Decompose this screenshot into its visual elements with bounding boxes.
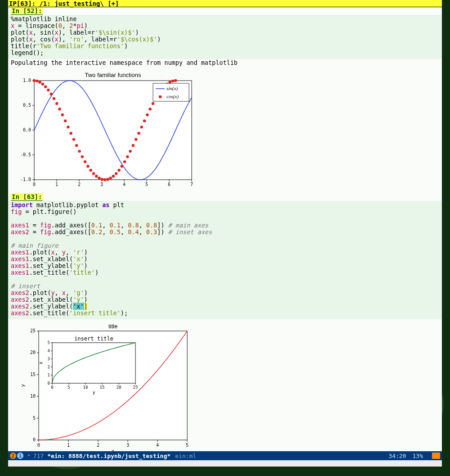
svg-point-66 <box>140 126 143 128</box>
svg-point-32 <box>44 85 47 88</box>
svg-text:4: 4 <box>123 182 126 187</box>
svg-text:7: 7 <box>190 182 193 187</box>
modified-indicator: * <box>27 453 31 459</box>
svg-text:5: 5 <box>33 416 36 421</box>
workspace-chip-1[interactable]: 2 <box>10 453 16 459</box>
svg-text:0: 0 <box>48 381 50 385</box>
svg-text:title: title <box>108 323 117 330</box>
mode-line: 2 1 * 717 *ein: 8888/test.ipynb/just_tes… <box>8 451 442 460</box>
svg-point-52 <box>101 178 104 181</box>
svg-text:3: 3 <box>126 443 129 448</box>
svg-text:15: 15 <box>30 372 36 377</box>
svg-text:2: 2 <box>78 182 81 187</box>
notebook-cell-1[interactable]: In [52]: %matplotlib inline x = linspace… <box>8 7 442 193</box>
svg-point-49 <box>92 172 95 175</box>
svg-rect-112 <box>52 343 135 383</box>
svg-text:15: 15 <box>100 385 105 390</box>
svg-point-56 <box>112 175 115 177</box>
svg-text:0: 0 <box>33 182 36 187</box>
svg-point-33 <box>47 89 50 91</box>
svg-point-38 <box>61 113 64 116</box>
svg-text:0.5: 0.5 <box>23 103 31 108</box>
svg-text:25: 25 <box>30 328 36 333</box>
svg-text:20: 20 <box>117 385 122 390</box>
svg-point-63 <box>132 144 135 147</box>
svg-text:sin(x): sin(x) <box>166 86 178 91</box>
svg-point-54 <box>106 178 109 181</box>
svg-point-28 <box>33 79 36 82</box>
svg-text:insert title: insert title <box>74 335 113 342</box>
buffer-name[interactable]: *ein: 8888/test.ipynb/just_testing* <box>47 453 171 459</box>
svg-text:1: 1 <box>48 373 50 377</box>
svg-point-47 <box>86 165 89 168</box>
svg-point-70 <box>152 102 154 105</box>
svg-point-78 <box>174 79 177 82</box>
cell-prompt: In [52]: <box>11 7 43 15</box>
svg-text:5: 5 <box>68 385 70 390</box>
svg-text:cos(x): cos(x) <box>166 94 179 100</box>
code-block[interactable]: import matplotlib.pyplot as plt fig = pl… <box>8 201 442 319</box>
svg-text:-1.0: -1.0 <box>20 177 31 182</box>
svg-point-61 <box>126 155 129 158</box>
svg-text:0: 0 <box>33 437 36 442</box>
svg-point-41 <box>69 132 72 135</box>
svg-point-77 <box>171 80 174 82</box>
workspace-chip-2[interactable]: 1 <box>17 453 23 459</box>
svg-point-67 <box>143 119 146 122</box>
editor-window: IP[63]: /1: just_testing\ [+] In [52]: %… <box>8 0 442 458</box>
svg-point-51 <box>98 177 100 179</box>
svg-point-42 <box>72 138 75 141</box>
line-count: 717 <box>33 453 44 459</box>
svg-text:1.0: 1.0 <box>23 78 31 83</box>
svg-point-36 <box>55 102 58 105</box>
svg-text:10: 10 <box>83 385 88 390</box>
svg-point-58 <box>117 169 120 172</box>
svg-point-44 <box>78 150 81 153</box>
svg-text:Two familiar functions: Two familiar functions <box>85 72 141 78</box>
svg-point-34 <box>50 93 52 95</box>
svg-point-62 <box>129 150 131 153</box>
svg-point-68 <box>146 113 148 116</box>
svg-text:5: 5 <box>186 443 189 448</box>
cell-output-text: Populating the interactive namespace fro… <box>8 59 442 68</box>
svg-point-31 <box>41 83 44 86</box>
svg-point-48 <box>89 169 92 172</box>
svg-text:1: 1 <box>67 443 70 448</box>
svg-text:0: 0 <box>51 385 53 390</box>
plot-output-1: Two familiar functions01234567-1.0-0.50.… <box>8 68 442 193</box>
svg-point-45 <box>81 155 84 158</box>
svg-point-43 <box>75 144 78 147</box>
minor-mode: ein:ml <box>175 453 196 459</box>
svg-point-64 <box>135 138 137 141</box>
svg-point-39 <box>64 119 67 122</box>
cursor-position: 34:20 <box>388 453 406 459</box>
title-bar: IP[63]: /1: just_testing\ [+] <box>8 0 442 7</box>
svg-text:1: 1 <box>55 182 58 187</box>
minibuffer[interactable] <box>8 460 442 467</box>
svg-text:2: 2 <box>97 443 99 448</box>
chart-two-familiar: Two familiar functions01234567-1.0-0.50.… <box>16 72 194 189</box>
svg-point-29 <box>36 80 38 82</box>
svg-text:0.0: 0.0 <box>23 127 31 132</box>
scroll-percent: 13% <box>413 453 423 459</box>
svg-point-37 <box>58 108 61 110</box>
svg-text:4: 4 <box>48 349 50 353</box>
svg-text:5: 5 <box>145 182 148 187</box>
svg-text:10: 10 <box>30 394 36 399</box>
svg-point-82 <box>159 95 162 98</box>
svg-point-40 <box>67 126 69 128</box>
svg-point-35 <box>53 97 55 100</box>
svg-point-59 <box>121 165 123 168</box>
code-block[interactable]: %matplotlib inline x = linspace(0, 2*pi)… <box>8 15 442 59</box>
svg-text:2: 2 <box>48 365 50 369</box>
svg-text:y: y <box>20 384 26 387</box>
modeline-end-icon <box>432 453 440 459</box>
svg-text:20: 20 <box>30 350 36 355</box>
plot-output-2: title0123450510152025xyinsert title05101… <box>8 319 442 458</box>
svg-text:-0.5: -0.5 <box>20 152 31 157</box>
svg-point-46 <box>84 160 86 163</box>
cell-prompt: In [63]: <box>11 193 43 201</box>
notebook-cell-2[interactable]: In [63]: import matplotlib.pyplot as plt… <box>8 193 442 458</box>
svg-text:y: y <box>92 390 95 395</box>
svg-point-69 <box>148 108 151 110</box>
